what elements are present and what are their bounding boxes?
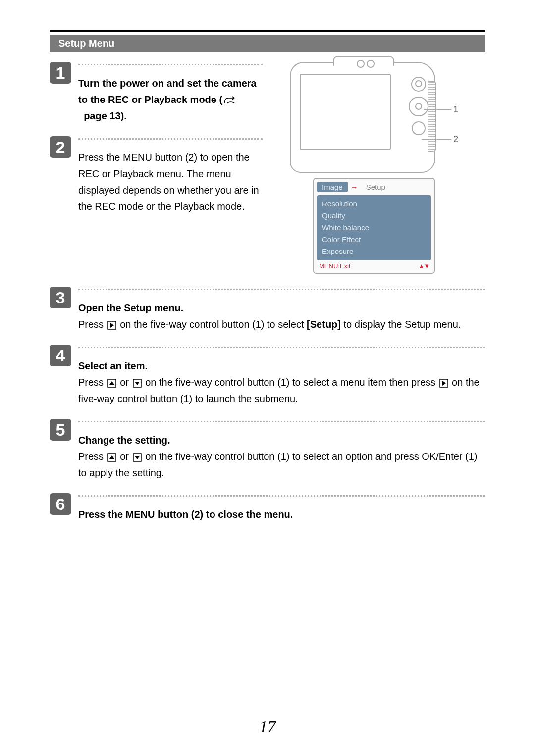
callout-2: 2 [453, 134, 458, 145]
menu-item: White balance [322, 222, 426, 234]
steps-1-2-column: 1 Turn the power on and set the camera t… [50, 62, 263, 227]
step-title-text: Change the setting. [78, 432, 485, 449]
camera-screen [300, 74, 391, 150]
up-arrow-boxed-icon [107, 453, 116, 462]
section-title-bar: Setup Menu [50, 35, 485, 52]
diagram-column: 1 2 Image → Setup Resolution Quality Whi… [263, 62, 485, 274]
dotted-divider [78, 495, 485, 504]
step-3: 3 Open the Setup menu. Press on the five… [50, 287, 485, 333]
step-body: Open the Setup menu. Press on the five-w… [78, 287, 485, 333]
step-body: Press the MENU button (2) to open the RE… [78, 136, 263, 215]
dotted-divider [78, 421, 485, 429]
menu-nav-arrows-icon: ▲▼ [418, 262, 429, 270]
content-area: 1 Turn the power on and set the camera t… [50, 52, 485, 523]
menu-item: Exposure [322, 246, 426, 257]
step-body: Select an item. Press or on the five-way… [78, 345, 485, 407]
step-6: 6 Press the MENU button (2) to close the… [50, 493, 485, 523]
step-title-text: Select an item. [78, 358, 485, 374]
step-number: 3 [50, 287, 71, 308]
step-1: 1 Turn the power on and set the camera t… [50, 62, 263, 124]
down-arrow-boxed-icon [133, 379, 142, 388]
dotted-divider [78, 64, 263, 72]
page-ref-icon [223, 96, 238, 105]
step-4: 4 Select an item. Press or on the five-w… [50, 345, 485, 407]
tab-arrow-icon: → [351, 183, 358, 191]
tab-image: Image [317, 182, 348, 192]
up-arrow-boxed-icon [107, 379, 116, 388]
top-rule [50, 30, 485, 32]
step-body: Change the setting. Press or on the five… [78, 419, 485, 481]
callout-leader-1 [424, 109, 451, 110]
camera-five-way-button [409, 97, 428, 116]
menu-item: Resolution [322, 198, 426, 210]
step-body-text: Press or on the five-way control button … [78, 374, 485, 407]
step-body-text: Press the MENU button (2) to open the RE… [78, 152, 259, 212]
dotted-divider [78, 347, 485, 355]
right-arrow-boxed-icon [439, 379, 448, 388]
callout-leader-2 [422, 139, 451, 140]
page-number: 17 [0, 717, 535, 736]
menu-footer: MENU:Exit ▲▼ [317, 262, 431, 270]
menu-exit-label: MENU:Exit [319, 262, 351, 270]
step-number: 4 [50, 345, 71, 366]
top-two-column: 1 Turn the power on and set the camera t… [50, 62, 485, 274]
camera-grip [428, 81, 436, 152]
step-number: 1 [50, 62, 71, 84]
camera-top-bump [333, 56, 394, 66]
camera-body-outline [290, 62, 435, 173]
callout-1: 1 [453, 104, 458, 115]
tab-setup: Setup [361, 182, 390, 192]
camera-diagram: 1 2 Image → Setup Resolution Quality Whi… [290, 62, 458, 274]
step-body-text: Press on the five-way control button (1)… [78, 316, 485, 333]
section-title-text: Setup Menu [58, 38, 114, 49]
dotted-divider [78, 138, 263, 147]
camera-menu-button [412, 121, 426, 135]
step-number: 5 [50, 419, 71, 441]
menu-item-list: Resolution Quality White balance Color E… [317, 195, 431, 260]
menu-item: Quality [322, 210, 426, 222]
manual-page: Setup Menu 1 Turn the power on and set t… [0, 0, 535, 756]
step-title-text: Open the Setup menu. [78, 300, 485, 316]
down-arrow-boxed-icon [133, 453, 142, 462]
step-number: 6 [50, 493, 71, 515]
step-title-text: Press the MENU button (2) to close the m… [78, 506, 485, 523]
menu-item: Color Effect [322, 234, 426, 246]
dotted-divider [78, 289, 485, 297]
right-arrow-boxed-icon [107, 321, 116, 330]
step-5: 5 Change the setting. Press or on the fi… [50, 419, 485, 481]
menu-tabs: Image → Setup [317, 182, 431, 192]
step-title-text: Turn the power on and set the camera to … [78, 78, 257, 121]
step-body-text: Press or on the five-way control button … [78, 449, 485, 481]
camera-mode-dial [411, 77, 426, 92]
step-number: 2 [50, 136, 71, 158]
step-body: Press the MENU button (2) to close the m… [78, 493, 485, 523]
menu-screenshot: Image → Setup Resolution Quality White b… [313, 178, 435, 274]
step-2: 2 Press the MENU button (2) to open the … [50, 136, 263, 215]
camera-controls [409, 77, 428, 135]
step-body: Turn the power on and set the camera to … [78, 62, 263, 124]
